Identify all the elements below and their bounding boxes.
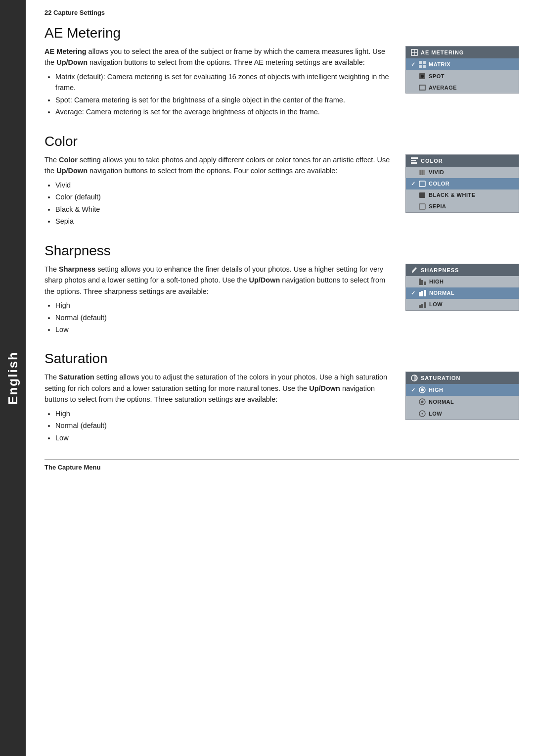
bw-icon — [419, 192, 426, 198]
svg-rect-26 — [424, 290, 426, 296]
sat-low-icon — [419, 410, 426, 417]
svg-rect-28 — [421, 304, 423, 308]
list-item: High — [55, 300, 394, 311]
svg-rect-13 — [419, 170, 425, 175]
saturation-panel-header: SATURATION — [406, 372, 519, 384]
svg-rect-11 — [411, 160, 416, 161]
page-footer: The Capture Menu — [44, 459, 519, 471]
svg-rect-3 — [419, 61, 422, 64]
section-row-saturation: The Saturation setting allows you to adj… — [44, 372, 519, 444]
sharpness-panel-label: SHARPNESS — [421, 267, 459, 273]
high-sharpness-icon — [419, 279, 426, 285]
svg-rect-17 — [419, 192, 425, 198]
saturation-normal: NORMAL — [406, 396, 519, 408]
sat-normal-icon — [419, 398, 426, 405]
language-tab: English — [0, 0, 26, 756]
ae-metering-panel: AE METERING ✓ MATRIX SPOT — [405, 46, 519, 94]
color-panel: COLOR VIVID ✓ COLOR — [405, 154, 519, 213]
matrix-icon — [419, 61, 426, 68]
list-item: Sepia — [55, 216, 394, 227]
svg-point-36 — [422, 413, 423, 415]
color-panel-label: COLOR — [421, 158, 443, 164]
saturation-icon — [411, 375, 418, 381]
list-item: Low — [55, 324, 394, 335]
svg-rect-9 — [419, 85, 425, 90]
pencil-icon — [411, 267, 418, 274]
svg-rect-27 — [419, 305, 421, 308]
sharpness-bold: Sharpness — [59, 265, 95, 273]
svg-point-34 — [421, 401, 424, 403]
color-icon — [419, 181, 426, 187]
saturation-bold: Saturation — [59, 373, 94, 381]
svg-rect-16 — [419, 181, 425, 187]
section-row-ae-metering: AE Metering allows you to select the are… — [44, 46, 519, 119]
svg-rect-5 — [419, 65, 422, 68]
list-item: Normal (default) — [55, 420, 394, 431]
svg-rect-24 — [419, 292, 421, 296]
saturation-panel: SATURATION ✓ HIGH NORMAL — [405, 372, 519, 420]
svg-rect-12 — [411, 162, 417, 164]
bars-icon — [411, 157, 418, 164]
average-icon — [419, 85, 426, 91]
color-bullets: Vivid Color (default) Black & White Sepi… — [55, 180, 394, 227]
list-item: Color (default) — [55, 191, 394, 202]
ae-metering-bold: AE Metering — [44, 47, 87, 55]
sharpness-panel-header: SHARPNESS — [406, 264, 519, 276]
low-sharpness-icon — [419, 301, 426, 308]
sat-high-icon — [419, 386, 426, 393]
ae-metering-spot: SPOT — [406, 70, 519, 82]
color-color: ✓ COLOR — [406, 178, 519, 189]
list-item: Spot: Camera metering is set for the bri… — [55, 94, 394, 105]
ae-metering-average: AVERAGE — [406, 82, 519, 93]
sharpness-panel: SHARPNESS HIGH ✓ NORMAL — [405, 264, 519, 311]
list-item: Normal (default) — [55, 312, 394, 323]
section-title-sharpness: Sharpness — [44, 243, 519, 259]
svg-rect-23 — [424, 282, 426, 285]
svg-rect-18 — [419, 204, 425, 209]
saturation-bullets: High Normal (default) Low — [55, 408, 394, 443]
main-content: 22 Capture Settings AE Metering AE Meter… — [30, 0, 534, 486]
svg-rect-4 — [423, 61, 426, 64]
section-text-sharpness: The Sharpness setting allows you to enha… — [44, 264, 394, 336]
sharpness-low: LOW — [406, 299, 519, 310]
page-header: 22 Capture Settings — [44, 9, 519, 16]
section-title-saturation: Saturation — [44, 351, 519, 367]
svg-rect-10 — [411, 157, 418, 159]
saturation-updown: Up/Down — [309, 384, 340, 392]
section-text-color: The Color setting allows you to take pho… — [44, 154, 394, 228]
saturation-high: ✓ HIGH — [406, 384, 519, 396]
section-row-sharpness: The Sharpness setting allows you to enha… — [44, 264, 519, 336]
list-item: Average: Camera metering is set for the … — [55, 106, 394, 117]
sharpness-normal: ✓ NORMAL — [406, 287, 519, 299]
color-panel-header: COLOR — [406, 155, 519, 167]
svg-rect-21 — [419, 279, 421, 285]
sharpness-bullets: High Normal (default) Low — [55, 300, 394, 335]
section-text-ae-metering: AE Metering allows you to select the are… — [44, 46, 394, 119]
section-title-color: Color — [44, 134, 519, 149]
ae-metering-updown: Up/Down — [56, 58, 88, 66]
list-item: Matrix (default): Camera metering is set… — [55, 71, 394, 94]
ae-metering-matrix: ✓ MATRIX — [406, 58, 519, 70]
section-text-saturation: The Saturation setting allows you to adj… — [44, 372, 394, 444]
sharpness-updown: Up/Down — [249, 276, 280, 284]
svg-point-8 — [421, 75, 424, 78]
color-sepia: SEPIA — [406, 201, 519, 212]
ae-metering-panel-label: AE METERING — [421, 49, 464, 55]
ae-metering-bullets: Matrix (default): Camera metering is set… — [55, 71, 394, 118]
color-bold: Color — [59, 156, 78, 164]
color-updown: Up/Down — [56, 167, 88, 175]
svg-rect-6 — [423, 65, 426, 68]
grid-icon — [411, 49, 418, 56]
list-item: High — [55, 408, 394, 419]
normal-sharpness-icon — [419, 290, 426, 296]
spot-icon — [419, 73, 426, 80]
sharpness-high: HIGH — [406, 276, 519, 287]
svg-rect-29 — [424, 302, 426, 308]
section-row-color: The Color setting allows you to take pho… — [44, 154, 519, 228]
language-label: English — [5, 351, 21, 405]
saturation-panel-label: SATURATION — [421, 375, 460, 381]
svg-point-32 — [421, 388, 424, 391]
color-vivid: VIVID — [406, 167, 519, 178]
section-title-ae-metering: AE Metering — [44, 25, 519, 41]
vivid-icon — [419, 169, 426, 176]
